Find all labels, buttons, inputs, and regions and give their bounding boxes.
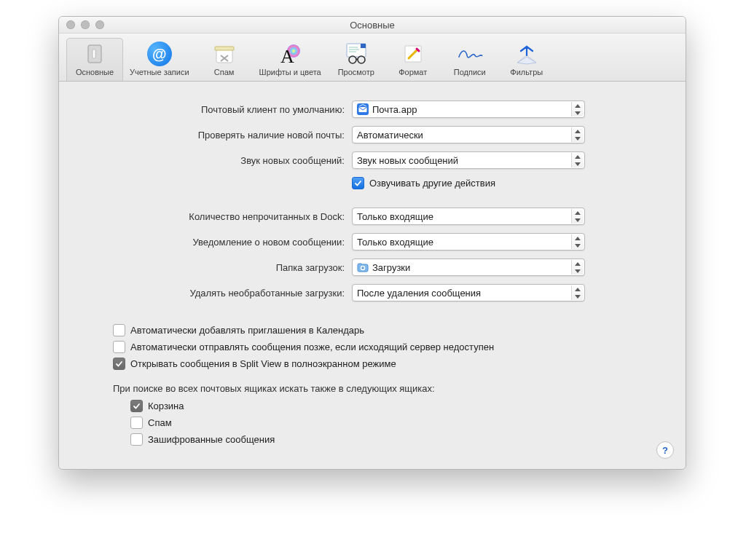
select-new-notify[interactable]: Только входящие bbox=[352, 233, 585, 251]
select-value: Только входящие bbox=[357, 237, 433, 248]
select-stepper[interactable] bbox=[571, 127, 584, 142]
tab-signatures[interactable]: Подписи bbox=[441, 38, 498, 81]
select-check-mail[interactable]: Автоматически bbox=[352, 126, 585, 143]
viewing-icon bbox=[342, 42, 370, 66]
select-value: Автоматически bbox=[357, 130, 423, 141]
svg-marker-28 bbox=[575, 237, 581, 240]
label-remove-dl: Удалять необработанные загрузки: bbox=[75, 288, 352, 299]
select-new-sound[interactable]: Звук новых сообщений bbox=[352, 151, 585, 169]
svg-rect-9 bbox=[361, 44, 366, 48]
label-auto-invite: Автоматически добавлять приглашения в Ка… bbox=[130, 325, 364, 336]
svg-marker-27 bbox=[575, 218, 581, 222]
accounts-icon: @ bbox=[146, 42, 173, 66]
label-check-mail: Проверять наличие новой почты: bbox=[75, 130, 352, 141]
checkbox-trash[interactable] bbox=[130, 400, 143, 412]
window-title: Основные bbox=[59, 20, 686, 31]
tab-composing[interactable]: Формат bbox=[385, 38, 441, 81]
label-dock-count: Количество непрочитанных в Dock: bbox=[75, 211, 352, 222]
composing-icon bbox=[399, 42, 427, 66]
tab-rules[interactable]: Фильтры bbox=[498, 38, 555, 81]
tab-label: Формат bbox=[398, 68, 427, 76]
downloads-folder-icon bbox=[357, 261, 369, 273]
tab-label: Учетные записи bbox=[130, 68, 189, 76]
select-stepper[interactable] bbox=[571, 153, 584, 167]
label-downloads: Папка загрузок: bbox=[75, 262, 352, 273]
checkbox-encrypted[interactable] bbox=[130, 433, 143, 446]
content-pane: Почтовый клиент по умолчанию: Почта.app … bbox=[59, 82, 686, 469]
minimize-button[interactable] bbox=[81, 20, 90, 29]
mail-app-icon bbox=[357, 103, 369, 115]
checkbox-split-view[interactable] bbox=[113, 358, 125, 370]
select-value: После удаления сообщения bbox=[357, 288, 481, 299]
label-spam: Спам bbox=[148, 417, 172, 428]
svg-marker-33 bbox=[575, 288, 581, 291]
svg-text:A: A bbox=[280, 46, 294, 66]
tab-label: Фильтры bbox=[510, 68, 543, 76]
label-default-client: Почтовый клиент по умолчанию: bbox=[75, 104, 352, 115]
svg-rect-1 bbox=[93, 50, 95, 58]
svg-marker-24 bbox=[575, 155, 581, 159]
label-play-other: Озвучивать другие действия bbox=[369, 178, 495, 189]
tab-general[interactable]: Основные bbox=[66, 38, 123, 81]
select-remove-dl[interactable]: После удаления сообщения bbox=[352, 284, 585, 301]
svg-rect-3 bbox=[215, 47, 234, 50]
svg-marker-20 bbox=[575, 104, 581, 108]
zoom-button[interactable] bbox=[95, 20, 104, 29]
toolbar: Основные @ Учетные записи Спам A Шрифты … bbox=[59, 33, 686, 82]
help-button[interactable]: ? bbox=[656, 441, 674, 459]
window-controls bbox=[66, 20, 104, 29]
select-dock-count[interactable]: Только входящие bbox=[352, 208, 585, 225]
select-value: Только входящие bbox=[357, 211, 433, 222]
general-icon bbox=[81, 42, 109, 66]
tab-label: Шрифты и цвета bbox=[259, 68, 321, 76]
tab-label: Подписи bbox=[454, 68, 486, 76]
preferences-window: Основные Основные @ Учетные записи Спам … bbox=[58, 16, 686, 470]
tab-junk[interactable]: Спам bbox=[196, 38, 253, 81]
select-default-client[interactable]: Почта.app bbox=[352, 100, 585, 118]
label-new-notify: Уведомление о новом сообщении: bbox=[75, 237, 352, 248]
svg-marker-32 bbox=[575, 269, 581, 273]
label-encrypted: Зашифрованные сообщения bbox=[148, 434, 275, 445]
checkbox-spam[interactable] bbox=[130, 417, 143, 429]
tab-label: Просмотр bbox=[338, 68, 374, 76]
tab-accounts[interactable]: @ Учетные записи bbox=[123, 38, 196, 81]
svg-marker-22 bbox=[575, 130, 581, 133]
checkbox-auto-later[interactable] bbox=[113, 341, 125, 353]
checkbox-auto-invite[interactable] bbox=[113, 324, 125, 336]
tab-viewing[interactable]: Просмотр bbox=[328, 38, 385, 81]
label-split-view: Открывать сообщения в Split View в полно… bbox=[130, 358, 396, 369]
svg-marker-29 bbox=[575, 244, 581, 248]
label-trash: Корзина bbox=[148, 401, 184, 411]
select-stepper[interactable] bbox=[571, 234, 584, 249]
rules-icon bbox=[513, 42, 541, 66]
svg-marker-26 bbox=[575, 211, 581, 215]
select-stepper[interactable] bbox=[571, 209, 584, 224]
tab-fonts[interactable]: A Шрифты и цвета bbox=[253, 38, 328, 81]
svg-marker-21 bbox=[575, 111, 581, 115]
select-value: Звук новых сообщений bbox=[357, 155, 458, 166]
select-stepper[interactable] bbox=[571, 285, 584, 300]
titlebar: Основные bbox=[59, 17, 686, 33]
svg-marker-31 bbox=[575, 262, 581, 266]
fonts-icon: A bbox=[276, 42, 304, 66]
label-auto-later: Автоматически отправлять сообщения позже… bbox=[130, 342, 494, 352]
select-downloads[interactable]: Загрузки bbox=[352, 259, 585, 276]
checkbox-play-other[interactable] bbox=[352, 177, 364, 189]
label-search-header: При поиске во всех почтовых ящиках искат… bbox=[113, 383, 670, 394]
tab-label: Спам bbox=[214, 68, 235, 76]
svg-marker-23 bbox=[575, 137, 581, 141]
select-stepper[interactable] bbox=[571, 260, 584, 275]
select-value: Почта.app bbox=[372, 104, 417, 115]
label-new-sound: Звук новых сообщений: bbox=[75, 155, 352, 166]
junk-icon bbox=[211, 42, 238, 66]
svg-marker-25 bbox=[575, 162, 581, 166]
tab-label: Основные bbox=[76, 68, 114, 76]
signatures-icon bbox=[456, 42, 484, 66]
select-value: Загрузки bbox=[372, 262, 410, 273]
svg-marker-34 bbox=[575, 295, 581, 299]
close-button[interactable] bbox=[66, 20, 75, 29]
select-stepper[interactable] bbox=[571, 102, 584, 117]
